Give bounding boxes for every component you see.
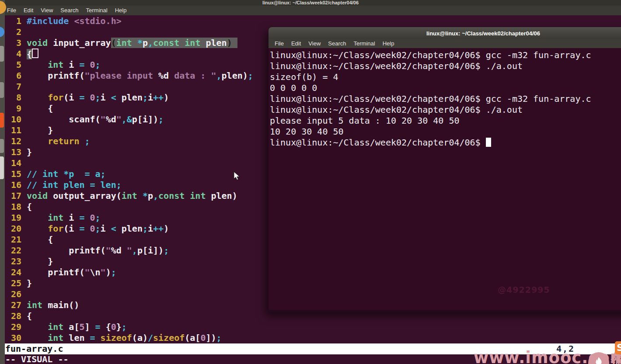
- code-text: // int plen = len;: [27, 180, 122, 191]
- vim-line: 29 int a[5] = {0};: [5, 322, 621, 333]
- code-text: #include <stdio.h>: [27, 16, 122, 27]
- line-number: 29: [5, 322, 21, 333]
- terminal-titlebar[interactable]: linux@linux: ~/Class/week02/chapter04/06: [269, 27, 621, 39]
- line-number: 11: [5, 125, 21, 136]
- code-text: void output_array(int *p,const int plen): [27, 191, 237, 201]
- vim-menubar: FileEditViewSearchTerminalHelp: [0, 6, 621, 15]
- background-window-titlebar: linux@linux: ~/Class/week02/chapter04/06: [0, 0, 621, 6]
- terminal-line: linux@linux:~/Class/week02/chapter04/06$…: [270, 94, 621, 104]
- terminal-line: please input 5 data : 10 20 30 40 50: [270, 115, 621, 126]
- line-number: 9: [5, 103, 21, 114]
- code-text: int a[5] = {0};: [27, 322, 127, 333]
- menu-item-help[interactable]: Help: [383, 39, 394, 48]
- code-text: for(i = 0;i < plen;i++): [27, 223, 169, 234]
- menu-item-terminal[interactable]: Terminal: [86, 6, 108, 15]
- line-number: 2: [5, 27, 21, 38]
- menu-item-help[interactable]: Help: [115, 6, 127, 15]
- menu-item-search[interactable]: Search: [60, 6, 78, 15]
- terminal-line: 0 0 0 0 0: [270, 83, 621, 94]
- terminal-line: linux@linux:~/Class/week02/chapter04/06$…: [270, 50, 621, 61]
- vim-line: 30 int len = sizeof(a)/sizeof(a[0]);: [5, 333, 621, 343]
- code-text: {: [27, 311, 32, 322]
- line-number: 1: [5, 16, 21, 27]
- faint-watermark: @4922995: [498, 285, 550, 295]
- launcher-icon[interactable]: [0, 27, 4, 37]
- line-number: 19: [5, 212, 21, 223]
- vim-mode-indicator: -- VISUAL --: [5, 354, 69, 364]
- launcher-icon[interactable]: [0, 156, 4, 179]
- corner-badge-icon: S: [615, 341, 621, 354]
- line-number: 15: [5, 169, 21, 180]
- menu-item-edit[interactable]: Edit: [24, 6, 33, 15]
- menu-item-terminal[interactable]: Terminal: [354, 39, 375, 48]
- line-number: 17: [5, 191, 21, 201]
- menu-item-file[interactable]: File: [7, 6, 16, 15]
- line-number: 24: [5, 267, 21, 278]
- terminal-cursor: [486, 138, 491, 147]
- line-number: 5: [5, 59, 21, 70]
- terminal-menubar: FileEditViewSearchTerminalHelp: [269, 39, 621, 48]
- line-number: 28: [5, 311, 21, 322]
- line-number: 12: [5, 136, 21, 147]
- line-number: 4: [5, 49, 21, 59]
- vim-line: 28{: [5, 311, 621, 322]
- code-text: int len = sizeof(a)/sizeof(a[0]);: [27, 333, 222, 343]
- launcher-icon[interactable]: [0, 46, 4, 62]
- code-text: }: [27, 147, 32, 158]
- menu-item-view[interactable]: View: [41, 6, 53, 15]
- code-text: void input_array(int *p,const int plen): [27, 38, 237, 49]
- terminal-window[interactable]: linux@linux: ~/Class/week02/chapter04/06…: [269, 27, 621, 312]
- code-text: int i = 0;: [27, 212, 101, 223]
- launcher-icon[interactable]: [0, 113, 4, 128]
- terminal-line: 10 20 30 40 50: [270, 126, 621, 137]
- menu-item-edit[interactable]: Edit: [291, 39, 301, 48]
- line-number: 3: [5, 38, 21, 49]
- line-number: 10: [5, 114, 21, 125]
- vim-cursor: [32, 49, 38, 58]
- code-text: for(i = 0;i < plen;i++): [27, 92, 169, 103]
- code-text: printf("please input %d data : ",plen);: [27, 70, 253, 81]
- code-text: return ;: [27, 136, 90, 147]
- line-number: 20: [5, 223, 21, 234]
- code-text: {: [27, 234, 53, 245]
- terminal-line: sizeof(b) = 4: [270, 72, 621, 83]
- menu-item-search[interactable]: Search: [328, 39, 346, 48]
- terminal-line: linux@linux:~/Class/week02/chapter04/06$: [270, 137, 621, 148]
- terminal-title: linux@linux: ~/Class/week02/chapter04/06: [426, 30, 540, 37]
- line-number: 25: [5, 278, 21, 289]
- code-text: }: [27, 125, 53, 136]
- menu-item-view[interactable]: View: [308, 39, 321, 48]
- launcher-icon[interactable]: [0, 82, 4, 98]
- line-number: 23: [5, 256, 21, 267]
- line-number: 13: [5, 147, 21, 158]
- line-number: 14: [5, 158, 21, 169]
- code-text: {: [27, 103, 53, 114]
- code-text: }: [27, 256, 53, 267]
- line-number: 18: [5, 201, 21, 212]
- unity-launcher[interactable]: [0, 0, 5, 364]
- line-number: 30: [5, 333, 21, 343]
- code-text: int main(): [27, 300, 79, 311]
- terminal-line: linux@linux:~/Class/week02/chapter04/06$…: [270, 104, 621, 115]
- background-window-title: linux@linux: ~/Class/week02/chapter04/06: [262, 0, 359, 5]
- vim-filename: fun-array.c: [5, 343, 63, 354]
- menu-item-file[interactable]: File: [275, 39, 284, 48]
- vim-line: 1#include <stdio.h>: [5, 16, 621, 27]
- launcher-icon[interactable]: [0, 139, 4, 153]
- code-text: scanf("%d",&p[i]);: [27, 114, 164, 125]
- code-text: printf("%d ",p[i]);: [27, 245, 169, 256]
- terminal-output[interactable]: linux@linux:~/Class/week02/chapter04/06$…: [269, 48, 621, 310]
- code-text: printf("\n");: [27, 267, 116, 278]
- code-text: int i = 0;: [27, 59, 101, 70]
- line-number: 16: [5, 180, 21, 191]
- line-number: 6: [5, 70, 21, 81]
- terminal-line: linux@linux:~/Class/week02/chapter04/06$…: [270, 61, 621, 72]
- line-number: 26: [5, 289, 21, 300]
- line-number: 22: [5, 245, 21, 256]
- line-number: 7: [5, 81, 21, 92]
- line-number: 27: [5, 300, 21, 311]
- line-number: 21: [5, 234, 21, 245]
- code-text: // int *p = a;: [27, 169, 106, 180]
- line-number: 8: [5, 92, 21, 103]
- code-text: }: [27, 278, 32, 289]
